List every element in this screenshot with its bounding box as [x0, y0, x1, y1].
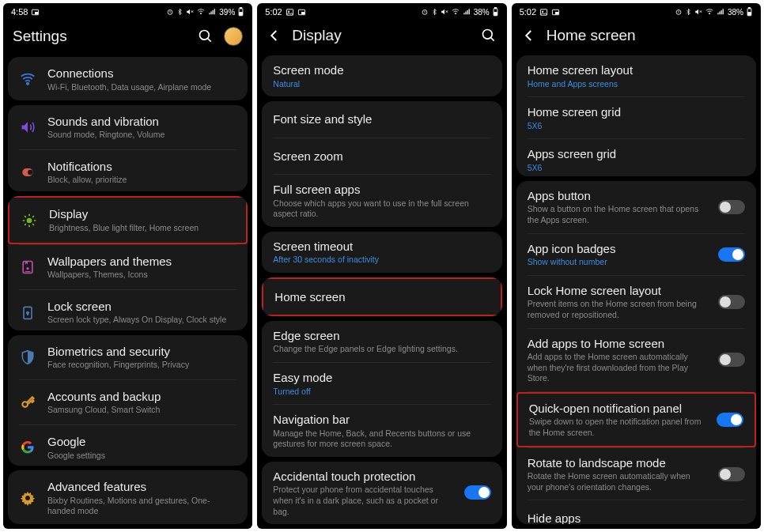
- item-subtitle: Google settings: [47, 451, 236, 462]
- item-screen-mode[interactable]: Screen modeNatural: [262, 55, 501, 96]
- page-title: Settings: [13, 28, 187, 45]
- item-accidental-touch-protection[interactable]: Accidental touch protectionProtect your …: [262, 462, 501, 524]
- back-button[interactable]: [521, 28, 537, 43]
- pip-icon: [297, 8, 306, 17]
- item-app-icon-badges[interactable]: App icon badgesShow without number: [516, 234, 756, 275]
- item-subtitle: Protect your phone from accidental touch…: [273, 485, 452, 517]
- back-button[interactable]: [267, 28, 282, 43]
- item-subtitle: Prevent items on the Home screen from be…: [528, 299, 707, 320]
- item-title: Connections: [47, 66, 236, 81]
- item-title: Full screen apps: [273, 182, 490, 198]
- item-lock-screen[interactable]: Lock screenScreen lock type, Always On D…: [8, 290, 248, 330]
- battery-text: 38%: [474, 8, 490, 17]
- wifi-icon: [196, 8, 206, 16]
- key-icon: [19, 394, 36, 410]
- item-apps-screen-grid[interactable]: Apps screen grid5X6: [516, 139, 756, 176]
- battery-text: 38%: [728, 8, 743, 17]
- item-quick-open-notification-panel[interactable]: Quick-open notification panelSwipe down …: [516, 392, 756, 447]
- item-add-apps-to-home-screen[interactable]: Add apps to Home screenAdd apps to the H…: [516, 329, 756, 391]
- item-body: Rotate to landscape modeRotate the Home …: [528, 455, 707, 493]
- settings-group: Apps buttonShow a button on the Home scr…: [516, 181, 756, 524]
- item-title: Notifications: [47, 159, 236, 175]
- item-title: Accidental touch protection: [273, 469, 452, 485]
- item-full-screen-apps[interactable]: Full screen appsChoose which apps you wa…: [262, 175, 501, 226]
- item-subtitle: 5X6: [528, 163, 745, 174]
- settings-group: Screen timeoutAfter 30 seconds of inacti…: [262, 232, 501, 273]
- back-icon: [267, 28, 282, 43]
- item-title: Accounts and backup: [47, 389, 236, 405]
- battery-icon: [746, 7, 753, 17]
- signal-icon: [208, 8, 217, 16]
- item-display[interactable]: DisplayBrightness, Blue light filter, Ho…: [8, 196, 248, 243]
- item-title: Apps button: [528, 188, 707, 204]
- item-body: Screen timeoutAfter 30 seconds of inacti…: [273, 239, 490, 266]
- item-screen-zoom[interactable]: Screen zoom: [262, 138, 501, 175]
- item-home-screen-layout[interactable]: Home screen layoutHome and Apps screens: [516, 55, 756, 96]
- item-biometrics-and-security[interactable]: Biometrics and securityFace recognition,…: [8, 335, 248, 379]
- svg-point-29: [22, 402, 28, 407]
- item-home-screen[interactable]: Home screen: [262, 277, 501, 316]
- item-google[interactable]: GoogleGoogle settings: [8, 425, 248, 466]
- toggle-quick-open-notification-panel[interactable]: [717, 413, 743, 427]
- toggle-app-icon-badges[interactable]: [718, 247, 745, 262]
- item-body: Full screen appsChoose which apps you wa…: [273, 182, 490, 220]
- item-body: Screen modeNatural: [273, 62, 490, 89]
- item-body: Home screen grid5X6: [528, 104, 745, 131]
- item-screen-timeout[interactable]: Screen timeoutAfter 30 seconds of inacti…: [262, 232, 501, 273]
- item-title: Biometrics and security: [47, 344, 236, 360]
- profile-avatar[interactable]: [224, 27, 243, 46]
- svg-point-33: [288, 10, 289, 11]
- item-subtitle: Sound mode, Ringtone, Volume: [47, 130, 236, 141]
- svg-rect-8: [240, 13, 243, 16]
- item-title: Quick-open notification panel: [529, 401, 705, 417]
- item-body: Lock Home screen layoutPrevent items on …: [528, 283, 707, 321]
- bluetooth-icon: [685, 8, 692, 16]
- item-lock-home-screen-layout[interactable]: Lock Home screen layoutPrevent items on …: [516, 276, 756, 328]
- item-wallpapers-and-themes[interactable]: Wallpapers and themesWallpapers, Themes,…: [8, 245, 248, 289]
- search-button[interactable]: [480, 27, 497, 44]
- item-title: Advanced features: [47, 479, 236, 495]
- item-body: DisplayBrightness, Blue light filter, Ho…: [49, 206, 235, 233]
- item-navigation-bar[interactable]: Navigation barManage the Home, Back, and…: [262, 405, 501, 456]
- item-body: NotificationsBlock, allow, prioritize: [47, 159, 236, 186]
- settings-list: ConnectionsWi-Fi, Bluetooth, Data usage,…: [3, 57, 252, 529]
- item-title: Lock Home screen layout: [528, 283, 707, 299]
- item-advanced-features[interactable]: Advanced featuresBixby Routines, Motions…: [8, 470, 248, 524]
- item-body: Edge screenChange the Edge panels or Edg…: [273, 328, 490, 355]
- item-accounts-and-backup[interactable]: Accounts and backupSamsung Cloud, Smart …: [8, 380, 248, 424]
- item-body: Apps screen grid5X6: [528, 146, 745, 173]
- settings-group: ConnectionsWi-Fi, Bluetooth, Data usage,…: [8, 57, 248, 100]
- item-apps-button[interactable]: Apps buttonShow a button on the Home scr…: [516, 181, 756, 233]
- item-connections[interactable]: ConnectionsWi-Fi, Bluetooth, Data usage,…: [8, 57, 248, 100]
- wifi-icon: [19, 71, 36, 87]
- status-time: 5:02: [265, 7, 282, 17]
- toggle-apps-button[interactable]: [718, 200, 745, 214]
- item-title: Home screen layout: [528, 62, 745, 78]
- item-body: Navigation barManage the Home, Back, and…: [273, 412, 490, 450]
- header: Home screen: [512, 19, 761, 55]
- svg-point-46: [543, 10, 543, 11]
- item-title: Screen timeout: [273, 239, 490, 255]
- item-easy-mode[interactable]: Easy modeTurned off: [262, 363, 501, 404]
- lock-icon: [19, 304, 36, 320]
- item-home-screen-grid[interactable]: Home screen grid5X6: [516, 97, 756, 138]
- search-icon: [481, 28, 497, 43]
- svg-rect-1: [36, 12, 38, 13]
- toggle-rotate-to-landscape-mode[interactable]: [718, 467, 745, 481]
- toggle-lock-home-screen-layout[interactable]: [718, 295, 745, 309]
- toggle-accidental-touch-protection[interactable]: [464, 485, 491, 500]
- item-subtitle: Manage the Home, Back, and Recents butto…: [273, 428, 490, 450]
- item-rotate-to-landscape-mode[interactable]: Rotate to landscape modeRotate the Home …: [516, 448, 756, 500]
- header: Settings: [3, 19, 252, 57]
- item-notifications[interactable]: NotificationsBlock, allow, prioritize: [8, 150, 248, 192]
- item-sounds-and-vibration[interactable]: Sounds and vibrationSound mode, Ringtone…: [8, 105, 248, 149]
- item-edge-screen[interactable]: Edge screenChange the Edge panels or Edg…: [262, 321, 501, 362]
- svg-point-11: [27, 83, 29, 85]
- item-subtitle: Add apps to the Home screen automaticall…: [528, 352, 707, 384]
- display-list: Screen modeNaturalFont size and styleScr…: [257, 55, 506, 529]
- search-button[interactable]: [197, 28, 214, 45]
- item-hide-apps[interactable]: Hide apps: [516, 500, 756, 524]
- item-font-size-and-style[interactable]: Font size and style: [262, 101, 501, 138]
- screen-home-screen: 5:02 38% Home screen Home screen layoutH…: [512, 3, 761, 529]
- toggle-add-apps-to-home-screen[interactable]: [718, 353, 745, 367]
